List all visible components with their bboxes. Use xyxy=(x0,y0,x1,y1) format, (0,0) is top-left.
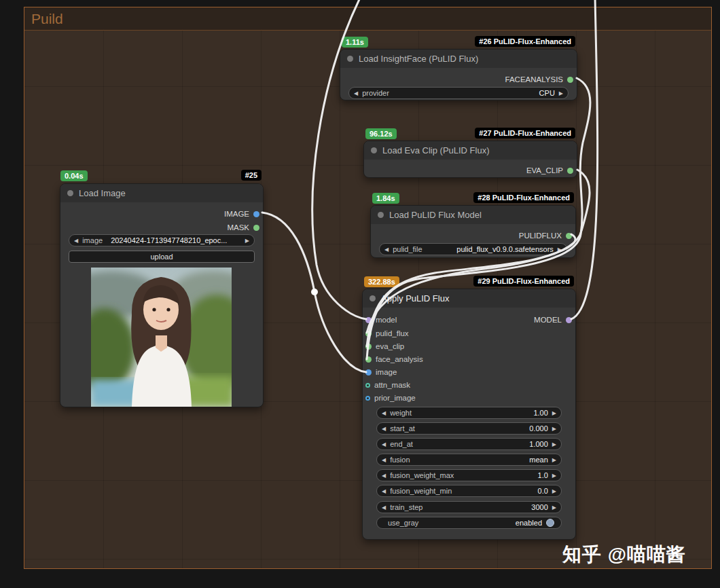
slot-label: PULIDFLUX xyxy=(519,232,562,240)
arrow-right-icon[interactable]: ▶ xyxy=(552,410,556,416)
arrow-left-icon[interactable]: ◀ xyxy=(382,504,386,511)
output-slot-mask[interactable]: MASK xyxy=(227,223,259,232)
train-step-number-widget[interactable]: ◀ train_step 3000 ▶ xyxy=(376,501,562,513)
node-load-evaclip[interactable]: 96.12s #27 PuLID-Flux-Enhanced Load Eva … xyxy=(363,141,577,178)
pulidflux-slot-dot[interactable] xyxy=(566,233,572,239)
output-slot-evaclip[interactable]: EVA_CLIP xyxy=(526,166,573,175)
node-title-bar[interactable]: Load PuLID Flux Model xyxy=(371,206,575,224)
slot-label: MODEL xyxy=(534,316,562,324)
widget-label: pulid_file xyxy=(393,245,422,253)
node-load-pulid-model[interactable]: 1.84s #28 PuLID-Flux-Enhanced Load PuLID… xyxy=(370,205,576,258)
model-in-slot-dot[interactable] xyxy=(365,317,372,323)
node-id-badge: #29 PuLID-Flux-Enhanced xyxy=(473,276,574,287)
attn-mask-in-slot-dot[interactable] xyxy=(365,383,370,388)
collapse-dot-icon[interactable] xyxy=(378,212,384,218)
toggle-knob-icon[interactable] xyxy=(546,519,554,527)
input-slot-pulid-flux[interactable]: pulid_flux xyxy=(365,329,409,338)
widget-value: pulid_flux_v0.9.0.safetensors xyxy=(427,245,554,253)
evaclip-slot-dot[interactable] xyxy=(567,168,573,174)
fusion-combo-widget[interactable]: ◀ fusion mean ▶ xyxy=(376,454,562,466)
arrow-right-icon[interactable]: ▶ xyxy=(245,238,249,244)
arrow-right-icon[interactable]: ▶ xyxy=(558,246,562,253)
arrow-left-icon[interactable]: ◀ xyxy=(382,473,386,479)
widget-label: start_at xyxy=(390,424,415,433)
widget-value: 1.000 xyxy=(417,440,548,448)
arrow-right-icon[interactable]: ▶ xyxy=(552,504,556,511)
arrow-left-icon[interactable]: ◀ xyxy=(74,238,78,244)
arrow-right-icon[interactable]: ▶ xyxy=(552,426,556,432)
output-slot-pulidflux[interactable]: PULIDFLUX xyxy=(519,231,572,240)
slot-label: face_analysis xyxy=(376,355,423,363)
start-at-number-widget[interactable]: ◀ start_at 0.000 ▶ xyxy=(376,422,562,435)
node-id-badge: #27 PuLID-Flux-Enhanced xyxy=(475,128,575,139)
widget-label: train_step xyxy=(390,503,422,511)
group-title[interactable]: Puild xyxy=(24,7,711,31)
input-slot-prior-image[interactable]: prior_image xyxy=(365,393,416,403)
weight-number-widget[interactable]: ◀ weight 1.00 ▶ xyxy=(376,407,562,419)
faceanalysis-slot-dot[interactable] xyxy=(567,77,573,83)
arrow-right-icon[interactable]: ▶ xyxy=(552,441,556,447)
widget-value: 1.00 xyxy=(416,409,548,417)
widget-value: CPU xyxy=(393,89,555,97)
upload-button[interactable]: upload xyxy=(69,251,255,263)
arrow-right-icon[interactable]: ▶ xyxy=(559,90,563,96)
collapse-dot-icon[interactable] xyxy=(371,147,377,153)
collapse-dot-icon[interactable] xyxy=(67,190,73,196)
exec-time-badge: 1.11s xyxy=(342,37,368,48)
node-load-insightface[interactable]: 1.11s #26 PuLID-Flux-Enhanced Load Insig… xyxy=(340,49,577,100)
arrow-right-icon[interactable]: ▶ xyxy=(552,457,556,463)
output-slot-model[interactable]: MODEL xyxy=(534,315,572,325)
exec-time-badge: 0.04s xyxy=(60,170,88,181)
widget-value: mean xyxy=(414,456,548,464)
arrow-left-icon[interactable]: ◀ xyxy=(382,426,386,432)
provider-combo-widget[interactable]: ◀ provider CPU ▶ xyxy=(348,87,569,99)
widget-value: 0.0 xyxy=(456,487,548,495)
prior-image-in-slot-dot[interactable] xyxy=(365,396,370,401)
node-id-badge: #25 xyxy=(241,170,262,181)
widget-value: enabled xyxy=(422,519,542,527)
widget-label: fusion xyxy=(390,456,410,464)
collapse-dot-icon[interactable] xyxy=(370,295,376,301)
pulid-flux-in-slot-dot[interactable] xyxy=(365,331,372,337)
end-at-number-widget[interactable]: ◀ end_at 1.000 ▶ xyxy=(376,438,562,450)
fusion-weight-min-number-widget[interactable]: ◀ fusion_weight_min 0.0 ▶ xyxy=(376,485,562,497)
input-slot-attn-mask[interactable]: attn_mask xyxy=(365,380,410,390)
input-slot-model[interactable]: model xyxy=(365,315,397,325)
input-slot-eva-clip[interactable]: eva_clip xyxy=(365,342,404,351)
widget-value: 1.0 xyxy=(458,471,548,479)
node-load-image[interactable]: 0.04s #25 Load Image IMAGE MASK ◀ image … xyxy=(60,183,264,407)
arrow-left-icon[interactable]: ◀ xyxy=(382,441,386,447)
node-title-bar[interactable]: Load InsightFace (PuLID Flux) xyxy=(340,50,577,68)
arrow-left-icon[interactable]: ◀ xyxy=(384,246,389,253)
node-graph-canvas[interactable]: Puild 0.04s #25 Load Image IMAGE MASK xyxy=(0,0,720,588)
arrow-left-icon[interactable]: ◀ xyxy=(382,488,386,494)
collapse-dot-icon[interactable] xyxy=(347,56,353,62)
fusion-weight-max-number-widget[interactable]: ◀ fusion_weight_max 1.0 ▶ xyxy=(376,469,562,481)
node-title-bar[interactable]: Apply PuLID Flux xyxy=(363,289,575,308)
widget-label: image xyxy=(82,236,103,244)
input-slot-image[interactable]: image xyxy=(365,367,397,377)
image-combo-widget[interactable]: ◀ image 20240424-1713947748210_epoc... ▶ xyxy=(69,234,255,246)
node-title-bar[interactable]: Load Image xyxy=(60,184,263,202)
arrow-left-icon[interactable]: ◀ xyxy=(354,90,358,96)
node-title: Load InsightFace (PuLID Flux) xyxy=(359,54,478,64)
widget-label: end_at xyxy=(390,440,413,448)
arrow-left-icon[interactable]: ◀ xyxy=(382,410,386,416)
node-title-bar[interactable]: Load Eva Clip (PuLID Flux) xyxy=(364,141,577,160)
model-out-slot-dot[interactable] xyxy=(566,317,572,323)
mask-slot-dot[interactable] xyxy=(253,225,259,231)
output-slot-image[interactable]: IMAGE xyxy=(224,209,259,219)
image-in-slot-dot[interactable] xyxy=(365,369,372,375)
use-gray-toggle[interactable]: use_gray enabled xyxy=(376,517,562,529)
eva-clip-in-slot-dot[interactable] xyxy=(365,344,372,350)
face-analysis-in-slot-dot[interactable] xyxy=(365,356,372,363)
arrow-right-icon[interactable]: ▶ xyxy=(552,473,556,479)
image-slot-dot[interactable] xyxy=(253,211,259,217)
slot-label: image xyxy=(376,368,397,376)
pulid-file-combo-widget[interactable]: ◀ pulid_file pulid_flux_v0.9.0.safetenso… xyxy=(379,243,567,255)
input-slot-face-analysis[interactable]: face_analysis xyxy=(365,354,423,364)
arrow-right-icon[interactable]: ▶ xyxy=(552,488,556,494)
output-slot-faceanalysis[interactable]: FACEANALYSIS xyxy=(505,75,573,84)
arrow-left-icon[interactable]: ◀ xyxy=(382,457,386,463)
node-apply-pulid-flux[interactable]: 322.88s #29 PuLID-Flux-Enhanced Apply Pu… xyxy=(362,289,576,540)
